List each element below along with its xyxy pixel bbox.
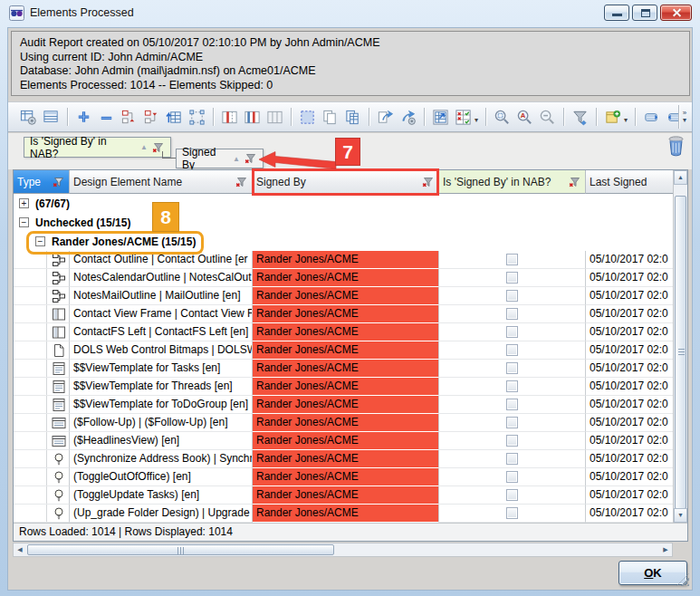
filter-icon[interactable] — [53, 176, 65, 188]
nab-checkbox[interactable] — [506, 362, 518, 374]
agent-icon — [52, 488, 66, 503]
nab-checkbox[interactable] — [506, 272, 518, 284]
toolbar-overflow-button[interactable]: »▾ — [678, 105, 690, 129]
table-row[interactable]: (ToggleOutOfOffice) [en] Rander Jones/AC… — [14, 468, 687, 486]
sort-ascending-icon[interactable]: ▲ — [140, 143, 148, 151]
table-row[interactable]: DOLS Web Control Bitmaps | DOLSW Rander … — [14, 341, 687, 360]
filter-icon[interactable] — [571, 108, 590, 127]
minimize-button[interactable] — [604, 5, 629, 21]
copy-table-icon[interactable] — [343, 108, 362, 127]
scroll-up-icon[interactable]: ▲ — [674, 170, 687, 185]
nab-checkbox[interactable] — [506, 326, 518, 338]
table-row[interactable]: ($Follow-Up) | ($Follow-Up) [en] Rander … — [14, 414, 687, 432]
table-view-icon[interactable] — [42, 108, 61, 127]
tree-indent-line — [46, 486, 47, 504]
scroll-right-icon[interactable]: ▶ — [659, 543, 672, 556]
collapse-branch-icon[interactable] — [142, 108, 161, 127]
type-cell — [14, 323, 70, 341]
view-icon — [52, 434, 66, 448]
table-row[interactable]: (Up_grade Folder Design) | Upgrade F Ran… — [14, 505, 687, 523]
tree-indent-line — [46, 360, 47, 377]
toolbar-separator — [291, 108, 292, 126]
column-freeze-icon[interactable] — [220, 108, 239, 127]
vertical-scrollbar[interactable]: ▲ ▼ — [673, 170, 687, 523]
table-properties-icon[interactable] — [19, 108, 38, 127]
column-stripe-icon[interactable] — [243, 108, 262, 127]
table-row[interactable]: (ToggleUpdate Tasks) [en] Rander Jones/A… — [14, 486, 687, 505]
filter-icon[interactable] — [569, 176, 581, 188]
title-bar[interactable]: Elements Processed — [0, 0, 700, 27]
group-chip-nab[interactable]: Is 'Signed By' in NAB? ▲ — [24, 137, 171, 158]
nab-checkbox[interactable] — [506, 435, 518, 447]
collapse-left-icon[interactable] — [642, 108, 661, 127]
table-row[interactable]: $$ViewTemplate for ToDoGroup [en] Rander… — [14, 396, 687, 414]
zoom-out-icon[interactable] — [538, 108, 557, 127]
trash-icon[interactable] — [666, 135, 686, 157]
nab-cell — [439, 432, 586, 450]
export-icon[interactable] — [376, 108, 395, 127]
zoom-selection-icon[interactable] — [493, 108, 512, 127]
expand-branch-icon[interactable] — [120, 108, 139, 127]
nab-checkbox[interactable] — [506, 399, 518, 410]
add-note-icon[interactable] — [603, 108, 622, 127]
nab-checkbox[interactable] — [506, 380, 518, 392]
horizontal-scrollbar[interactable]: ◀ ▶ — [13, 543, 673, 557]
audit-info-panel: Audit Report created on 05/10/2017 02:10… — [11, 31, 690, 96]
maximize-button[interactable] — [632, 5, 657, 21]
nab-checkbox[interactable] — [506, 290, 518, 302]
sort-ascending-icon[interactable]: ▲ — [233, 155, 240, 163]
table-row[interactable]: ($HeadlinesView) [en] Rander Jones/ACME … — [14, 432, 687, 450]
table-row[interactable]: (Synchronize Address Book) | Synchro Ran… — [14, 450, 687, 468]
nab-checkbox[interactable] — [506, 254, 518, 265]
tree-indent-line — [46, 287, 47, 304]
expand-all-icon[interactable] — [74, 108, 93, 127]
horizontal-scroll-thumb[interactable] — [27, 544, 334, 555]
expand-toggle-icon[interactable]: + — [19, 198, 29, 208]
column-header-type[interactable]: Type — [14, 170, 70, 194]
ok-button[interactable]: OK — [618, 561, 687, 585]
grid-flags-dropdown-caret[interactable]: ▾ — [475, 116, 478, 124]
toolbar-separator — [635, 108, 636, 126]
group-highlight-outline — [26, 231, 204, 255]
maximize-icon — [641, 9, 650, 17]
nab-checkbox[interactable] — [506, 489, 518, 501]
grid-flags-icon[interactable] — [454, 108, 473, 127]
nab-checkbox[interactable] — [506, 453, 518, 465]
collapse-right-icon[interactable] — [665, 108, 679, 127]
move-branch-icon[interactable] — [165, 108, 184, 127]
grid-export-icon[interactable] — [431, 108, 450, 127]
nab-checkbox[interactable] — [506, 417, 518, 428]
column-plain-icon[interactable] — [265, 108, 284, 127]
results-table: Type Design Element Name Signed By Is 'S… — [13, 169, 688, 542]
vertical-scroll-thumb[interactable] — [675, 196, 686, 509]
export-settings-icon[interactable] — [398, 108, 417, 127]
nab-checkbox[interactable] — [506, 471, 518, 483]
collapse-all-icon[interactable] — [97, 108, 116, 127]
close-button[interactable] — [660, 5, 692, 21]
collapse-toggle-icon[interactable]: − — [19, 217, 29, 227]
group-row-unchecked[interactable]: − Unchecked (15/15) — [14, 213, 673, 232]
column-header-nab[interactable]: Is 'Signed By' in NAB? — [439, 170, 586, 194]
filter-icon[interactable] — [235, 176, 248, 188]
nab-checkbox[interactable] — [506, 344, 518, 356]
table-row[interactable]: NotesCalendarOutline | NotesCalOut Rande… — [14, 269, 687, 287]
group-row-checked[interactable]: + (67/67) — [14, 194, 673, 213]
type-cell — [14, 505, 70, 523]
nab-checkbox[interactable] — [506, 308, 518, 320]
column-header-design-element-name[interactable]: Design Element Name — [70, 170, 253, 194]
table-row[interactable]: $$ViewTemplate for Tasks [en] Rander Jon… — [14, 360, 687, 378]
copy-icon[interactable] — [321, 108, 340, 127]
scroll-left-icon[interactable]: ◀ — [14, 543, 26, 556]
tree-indent-line — [46, 323, 47, 341]
table-row[interactable]: Contact View Frame | Contact View F Rand… — [14, 305, 687, 323]
table-row[interactable]: ContactFS Left | ContactFS Left [en] Ran… — [14, 323, 687, 341]
column-header-last-signed[interactable]: Last Signed — [586, 170, 673, 194]
select-region-icon[interactable] — [298, 108, 317, 127]
zoom-text-icon[interactable]: A — [515, 108, 534, 127]
table-row[interactable]: $$ViewTemplate for Threads [en] Rander J… — [14, 378, 687, 396]
node-select-icon[interactable] — [187, 108, 206, 127]
table-row[interactable]: NotesMailOutline | MailOutline [en] Rand… — [14, 287, 687, 305]
add-note-dropdown-caret[interactable]: ▾ — [624, 116, 628, 124]
nab-checkbox[interactable] — [506, 507, 518, 519]
scroll-down-icon[interactable]: ▼ — [674, 508, 687, 523]
